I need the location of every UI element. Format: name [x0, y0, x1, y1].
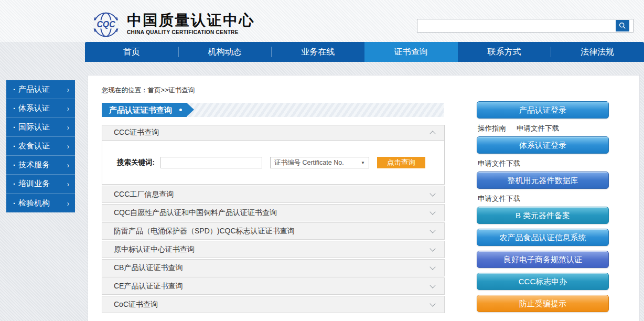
svg-text:CQC: CQC — [96, 20, 115, 29]
nav-item-certificate-query[interactable]: 证书查询 — [364, 42, 458, 62]
sidebar-item-label: 农食认证 — [18, 141, 50, 151]
site-title-en: CHINA QUALITY CERTIFICATION CENTRE — [127, 29, 255, 35]
operation-guide-link[interactable]: 操作指南 — [478, 124, 506, 132]
accordion-row-ce-certificate[interactable]: CE产品认证证书查询 — [102, 277, 445, 295]
section-title: 产品认证证书查询 — [102, 103, 187, 117]
chevron-up-icon — [430, 131, 435, 136]
sidebar-item-technical-services[interactable]: · 技术服务 › — [6, 156, 75, 175]
certificate-query-accordion: CCC证书查询 搜索关键词: 证书编号 Certificate No. ▼ 点击… — [102, 125, 445, 313]
system-certification-login-button[interactable]: 体系认证登录 — [477, 136, 609, 154]
keyword-label: 搜索关键词: — [117, 158, 155, 167]
bullet-icon: · — [13, 199, 16, 208]
sidebar-item-agrifood-certification[interactable]: · 农食认证 › — [6, 137, 75, 156]
chevron-right-icon: › — [67, 104, 69, 113]
fraud-prevention-button[interactable]: 防止受骗提示 — [477, 295, 609, 312]
ccc-query-form: 搜索关键词: 证书编号 Certificate No. ▼ 点击查询 — [117, 157, 425, 168]
chevron-right-icon: › — [67, 198, 69, 207]
ecommerce-certification-button[interactable]: 良好电子商务规范认证 — [477, 251, 609, 268]
search-input[interactable] — [420, 19, 611, 32]
accordion-row-former-cec[interactable]: 原中标认证中心证书查询 — [102, 241, 445, 258]
site-search — [417, 19, 634, 33]
component-database-button[interactable]: 整机用元器件数据库 — [477, 172, 609, 189]
sidebar-item-label: 技术服务 — [18, 160, 50, 170]
cqc-globe-logo-icon: CQC — [90, 10, 122, 39]
breadcrumb-current[interactable]: 证书查询 — [168, 87, 195, 94]
product-certification-login-button[interactable]: 产品认证登录 — [477, 101, 609, 119]
agrifood-info-system-button[interactable]: 农产品食品认证信息系统 — [477, 229, 609, 246]
site-header: CQC 中国质量认证中心 CHINA QUALITY CERTIFICATION… — [0, 0, 644, 42]
accordion-row-ccc-factory-info[interactable]: CCC工厂信息查询 — [102, 186, 445, 203]
accordion-row-label: CoC证书查询 — [114, 300, 158, 309]
application-download-link[interactable]: 申请文件下载 — [478, 194, 520, 202]
chevron-down-icon — [430, 301, 435, 306]
ccc-query-form-panel: 搜索关键词: 证书编号 Certificate No. ▼ 点击查询 — [102, 141, 445, 185]
content-panel: 您现在的位置：首页>>证书查询 产品认证证书查询 CCC证书查询 搜索关键词: … — [88, 75, 640, 321]
breadcrumb: 您现在的位置：首页>>证书查询 — [102, 86, 195, 95]
chevron-down-icon — [430, 245, 435, 251]
ribbon-arrow-icon — [187, 103, 194, 116]
sidebar-item-label: 国际认证 — [18, 122, 50, 132]
chevron-right-icon: › — [67, 160, 69, 169]
chevron-down-icon — [430, 209, 435, 215]
accordion-row-label: 防雷产品（电涌保护器（SPD）)CQC标志认证证书查询 — [114, 227, 295, 236]
nav-item-laws[interactable]: 法律法规 — [551, 42, 644, 62]
breadcrumb-home-link[interactable]: 首页 — [148, 87, 161, 94]
accordion-row-label: CCC工厂信息查询 — [114, 190, 174, 199]
nav-item-news[interactable]: 机构动态 — [178, 42, 272, 62]
accordion-row-cb-certificate[interactable]: CB产品认证证书查询 — [102, 259, 445, 276]
search-button[interactable] — [616, 20, 629, 31]
nav-item-contact[interactable]: 联系方式 — [458, 42, 551, 62]
query-submit-button[interactable]: 点击查询 — [377, 157, 425, 168]
chevron-down-icon — [430, 282, 435, 288]
sidebar-item-training[interactable]: · 培训业务 › — [6, 175, 75, 194]
ccc-mark-application-button[interactable]: CCC标志申办 — [477, 273, 609, 290]
chevron-right-icon: › — [67, 142, 69, 151]
accordion-row-spd-lightning[interactable]: 防雷产品（电涌保护器（SPD）)CQC标志认证证书查询 — [102, 222, 445, 240]
class-b-component-filing-button[interactable]: B 类元器件备案 — [477, 207, 609, 224]
sidebar-item-system-certification[interactable]: · 体系认证 › — [6, 99, 75, 118]
sidebar-item-label: 产品认证 — [18, 84, 50, 94]
accordion-row-coc-certificate[interactable]: CoC证书查询 — [102, 296, 445, 313]
keyword-input[interactable] — [160, 157, 262, 168]
chevron-down-icon — [430, 264, 435, 270]
accordion-title: CCC证书查询 — [114, 128, 159, 137]
accordion-row-label: CQC自愿性产品认证和中国饲料产品认证证书查询 — [114, 208, 277, 218]
breadcrumb-prefix: 您现在的位置： — [102, 87, 148, 94]
sidebar-item-inspection-body[interactable]: · 检验机构 › — [6, 194, 75, 212]
sidebar-item-label: 检验机构 — [18, 198, 50, 208]
logo[interactable]: CQC 中国质量认证中心 CHINA QUALITY CERTIFICATION… — [90, 10, 255, 39]
nav-item-online-business[interactable]: 业务在线 — [271, 42, 364, 62]
logo-text: 中国质量认证中心 CHINA QUALITY CERTIFICATION CEN… — [127, 10, 255, 35]
sidebar: · 产品认证 › · 体系认证 › · 国际认证 › · 农食认证 › · 技术… — [6, 80, 75, 212]
dropdown-caret-icon: ▼ — [361, 160, 365, 165]
bullet-icon: · — [13, 85, 16, 94]
breadcrumb-separator: >> — [161, 87, 169, 94]
application-download-link[interactable]: 申请文件下载 — [478, 159, 520, 167]
page: CQC 中国质量认证中心 CHINA QUALITY CERTIFICATION… — [0, 0, 644, 321]
ribbon-dot-icon — [179, 109, 182, 111]
certificate-type-selected-value: 证书编号 Certificate No. — [274, 158, 344, 167]
bullet-icon: · — [13, 142, 16, 151]
section-header: 产品认证证书查询 — [102, 103, 444, 117]
accordion-header-ccc-certificate[interactable]: CCC证书查询 — [102, 125, 445, 141]
chevron-right-icon: › — [67, 85, 69, 94]
bullet-icon: · — [13, 179, 16, 188]
accordion-row-label: CB产品认证证书查询 — [114, 263, 183, 273]
accordion-row-label: CE产品认证证书查询 — [114, 282, 183, 291]
quick-links-column: 产品认证登录 操作指南 申请文件下载 体系认证登录 申请文件下载 整机用元器件数… — [477, 101, 609, 312]
application-download-link[interactable]: 申请文件下载 — [517, 124, 559, 132]
accordion-row-cqc-voluntary-feed[interactable]: CQC自愿性产品认证和中国饲料产品认证证书查询 — [102, 204, 445, 221]
quick-text-links-row-3: 申请文件下载 — [478, 194, 609, 202]
sidebar-item-product-certification[interactable]: · 产品认证 › — [6, 80, 75, 99]
search-icon — [618, 22, 627, 30]
quick-text-links-row-1: 操作指南 申请文件下载 — [478, 124, 609, 132]
bullet-icon: · — [13, 104, 16, 113]
sidebar-item-label: 体系认证 — [18, 103, 50, 113]
nav-item-home[interactable]: 首页 — [85, 42, 178, 62]
certificate-type-select[interactable]: 证书编号 Certificate No. ▼ — [270, 157, 369, 168]
sidebar-item-label: 培训业务 — [18, 179, 50, 189]
main-nav: 首页 机构动态 业务在线 证书查询 联系方式 法律法规 — [85, 42, 644, 62]
chevron-right-icon: › — [67, 123, 69, 132]
site-title-cn: 中国质量认证中心 — [127, 12, 255, 29]
sidebar-item-international-certification[interactable]: · 国际认证 › — [6, 118, 75, 137]
